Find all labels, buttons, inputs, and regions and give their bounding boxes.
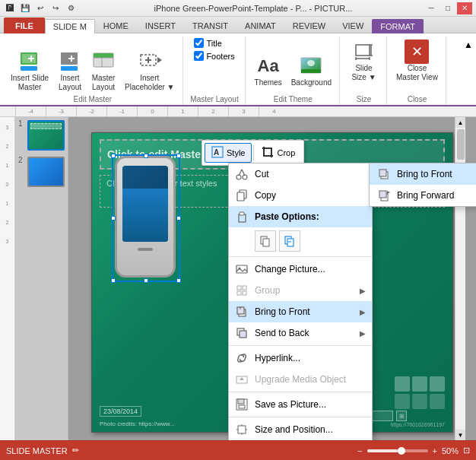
- handle-ml[interactable]: [111, 216, 116, 220]
- submenu-bring-to-front[interactable]: Bring to Front: [370, 163, 476, 185]
- svg-rect-45: [237, 286, 241, 290]
- edit-master-buttons: Insert SlideMaster InsertLayout MasterLa…: [8, 38, 178, 103]
- handle-bl[interactable]: [111, 278, 116, 283]
- context-menu-bring-to-front[interactable]: Bring to Front ▶: [229, 301, 372, 322]
- ribbon-tabs: FILE SLIDE M HOME INSERT TRANSIT ANIMAT …: [0, 17, 476, 33]
- master-layout-button[interactable]: MasterLayout: [88, 48, 119, 94]
- format-toolbar: A Style Crop: [202, 140, 304, 166]
- handle-tl[interactable]: [111, 154, 116, 158]
- background-button[interactable]: Background: [288, 52, 335, 89]
- master-layout-checkboxes: Title Footers: [194, 38, 234, 61]
- handle-tr[interactable]: [176, 154, 181, 158]
- slide-icon-4: [395, 394, 410, 409]
- paste-icon-buttons: [229, 227, 372, 255]
- context-menu-upgrade-media[interactable]: Upgrade Media Object: [229, 369, 372, 390]
- svg-rect-43: [236, 265, 247, 273]
- group-icon: [235, 284, 249, 297]
- zoom-slider-thumb[interactable]: [398, 447, 405, 455]
- bring-to-front-submenu: Bring to Front Bring Forward: [369, 163, 476, 207]
- ruler-v-mark: 3: [6, 239, 9, 244]
- tab-review[interactable]: REVIEW: [284, 18, 334, 33]
- footers-checkbox-label[interactable]: Footers: [194, 51, 234, 61]
- handle-mr[interactable]: [176, 216, 181, 220]
- context-menu-save-as-picture[interactable]: Save as Picture...: [229, 394, 372, 415]
- context-menu-cut[interactable]: Cut: [229, 163, 372, 185]
- slide-1-thumbnail[interactable]: [27, 120, 65, 151]
- close-master-view-label: CloseMaster View: [396, 64, 438, 82]
- tab-animations[interactable]: ANIMAT: [236, 18, 284, 33]
- context-menu-copy[interactable]: Copy: [229, 185, 372, 206]
- title-bar: 🅿 💾 ↩ ↪ ⚙ iPhone Green-PowerPoint-Templa…: [0, 0, 476, 17]
- slide-size-button[interactable]: SlideSize ▼: [348, 38, 379, 84]
- format-crop-button[interactable]: Crop: [255, 144, 301, 162]
- scrollbar-up-button[interactable]: ▲: [455, 117, 465, 128]
- vertical-ruler: 3 2 1 0 1 2 3: [0, 117, 15, 440]
- ruler-mark: 2: [198, 106, 228, 117]
- change-picture-icon: [235, 262, 249, 276]
- format-style-button[interactable]: A Style: [205, 143, 252, 163]
- window-title: iPhone Green-PowerPoint-Template - P... …: [83, 4, 424, 13]
- zoom-slider-fill: [367, 449, 398, 452]
- close-master-view-button[interactable]: ✕ CloseMaster View: [393, 38, 441, 84]
- ruler-v-mark: 0: [6, 182, 9, 187]
- footer-box-2[interactable]: ⊞: [396, 411, 407, 421]
- tab-home[interactable]: HOME: [95, 18, 137, 33]
- close-button[interactable]: ✕: [457, 2, 472, 14]
- submenu-bring-forward[interactable]: Bring Forward: [370, 185, 476, 206]
- maximize-button[interactable]: □: [440, 2, 455, 14]
- save-icon[interactable]: 💾: [19, 2, 31, 14]
- customize-icon[interactable]: ⚙: [65, 2, 77, 14]
- themes-icon: Aa: [256, 54, 281, 78]
- canvas-area[interactable]: Click to edit Master title style Click t…: [68, 117, 476, 440]
- zoom-out-button[interactable]: −: [357, 446, 362, 455]
- size-position-icon: [235, 423, 249, 436]
- ribbon-group-master-layout: Title Footers Master Layout: [185, 36, 246, 105]
- scrollbar-thumb[interactable]: [457, 129, 465, 160]
- svg-rect-71: [379, 170, 386, 176]
- send-to-back-arrow: ▶: [360, 329, 366, 338]
- group-arrow: ▶: [360, 287, 366, 295]
- slide-2-thumbnail[interactable]: [27, 157, 65, 187]
- paste-use-theme-button[interactable]: [279, 230, 300, 252]
- ruler-mark: -3: [46, 106, 76, 117]
- fit-slide-button[interactable]: ⊡: [463, 446, 470, 455]
- tab-view[interactable]: VIEW: [334, 18, 372, 33]
- context-menu-paste-options[interactable]: Paste Options:: [229, 206, 372, 227]
- tab-format[interactable]: FORMAT: [372, 19, 424, 33]
- context-menu-send-to-back[interactable]: Send to Back ▶: [229, 322, 372, 344]
- ribbon-collapse-button[interactable]: ▲: [464, 36, 473, 105]
- scrollbar-down-button[interactable]: ▼: [455, 430, 465, 440]
- context-menu-hyperlink[interactable]: Hyperlink...: [229, 347, 372, 369]
- title-checkbox[interactable]: [194, 38, 204, 48]
- title-checkbox-label[interactable]: Title: [194, 38, 234, 48]
- copy-icon: [235, 189, 249, 202]
- zoom-slider[interactable]: [367, 449, 428, 452]
- tab-transitions[interactable]: TRANSIT: [184, 18, 236, 33]
- tab-slide-master[interactable]: SLIDE M: [45, 19, 95, 33]
- insert-placeholder-button[interactable]: InsertPlaceholder ▼: [122, 48, 178, 94]
- handle-br[interactable]: [176, 278, 181, 283]
- undo-icon[interactable]: ↩: [34, 2, 46, 14]
- context-menu-group[interactable]: Group ▶: [229, 280, 372, 301]
- format-crop-label: Crop: [277, 148, 295, 157]
- tab-file[interactable]: FILE: [4, 17, 45, 33]
- context-menu-size-position[interactable]: Size and Position...: [229, 419, 372, 440]
- insert-layout-button[interactable]: InsertLayout: [55, 48, 85, 94]
- save-as-picture-label: Save as Picture...: [255, 399, 366, 410]
- zoom-in-button[interactable]: +: [433, 446, 437, 455]
- tab-insert[interactable]: INSERT: [137, 18, 184, 33]
- insert-slide-master-button[interactable]: Insert SlideMaster: [8, 48, 52, 94]
- cut-icon: [235, 167, 249, 181]
- handle-tm[interactable]: [144, 154, 148, 158]
- insert-layout-icon: [58, 49, 82, 74]
- paste-keep-source-button[interactable]: [255, 230, 276, 252]
- handle-bm[interactable]: [144, 278, 148, 283]
- hyperlink-icon: [235, 351, 249, 365]
- edit-mode-icon[interactable]: ✏: [72, 446, 79, 455]
- context-menu-change-picture[interactable]: Change Picture...: [229, 259, 372, 280]
- themes-button[interactable]: Aa Themes: [252, 52, 285, 89]
- redo-icon[interactable]: ↪: [49, 2, 62, 14]
- cm-separator-4: [229, 417, 372, 417]
- footers-checkbox[interactable]: [194, 51, 204, 61]
- minimize-button[interactable]: ─: [424, 2, 439, 14]
